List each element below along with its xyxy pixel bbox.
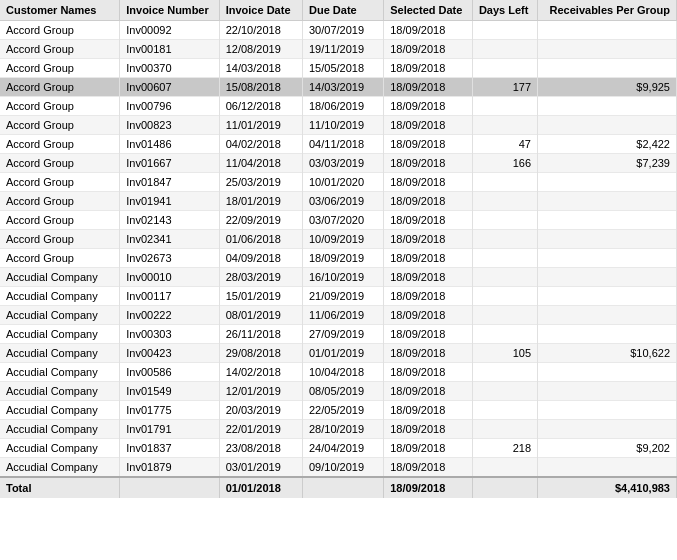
table-row[interactable]: Accudial CompanyInv0177520/03/201922/05/…	[0, 401, 677, 420]
cell-days-left	[472, 382, 537, 401]
table-row[interactable]: Accord GroupInv0082311/01/201911/10/2019…	[0, 116, 677, 135]
cell-invoice-date: 15/08/2018	[219, 78, 302, 97]
cell-customer: Accudial Company	[0, 458, 120, 478]
header-days-left: Days Left	[472, 0, 537, 21]
cell-invoice: Inv00796	[120, 97, 219, 116]
cell-customer: Accudial Company	[0, 420, 120, 439]
table-header-row: Customer Names Invoice Number Invoice Da…	[0, 0, 677, 21]
footer-invoice-date: 01/01/2018	[219, 477, 302, 498]
table-row[interactable]: Accord GroupInv0009222/10/201830/07/2019…	[0, 21, 677, 40]
invoice-table: Customer Names Invoice Number Invoice Da…	[0, 0, 677, 498]
cell-selected-date: 18/09/2018	[384, 363, 473, 382]
cell-invoice: Inv01879	[120, 458, 219, 478]
cell-selected-date: 18/09/2018	[384, 135, 473, 154]
cell-due-date: 01/01/2019	[303, 344, 384, 363]
cell-receivables: $9,202	[538, 439, 677, 458]
cell-customer: Accord Group	[0, 21, 120, 40]
footer-label: Total	[0, 477, 120, 498]
cell-receivables: $9,925	[538, 78, 677, 97]
cell-invoice-date: 22/10/2018	[219, 21, 302, 40]
cell-invoice-date: 22/01/2019	[219, 420, 302, 439]
cell-selected-date: 18/09/2018	[384, 230, 473, 249]
table-row[interactable]: Accord GroupInv0060715/08/201814/03/2019…	[0, 78, 677, 97]
table-row[interactable]: Accudial CompanyInv0183723/08/201824/04/…	[0, 439, 677, 458]
table-row[interactable]: Accudial CompanyInv0179122/01/201928/10/…	[0, 420, 677, 439]
table-row[interactable]: Accord GroupInv0234101/06/201810/09/2019…	[0, 230, 677, 249]
cell-invoice: Inv01791	[120, 420, 219, 439]
cell-due-date: 03/06/2019	[303, 192, 384, 211]
table-row[interactable]: Accudial CompanyInv0154912/01/201908/05/…	[0, 382, 677, 401]
cell-due-date: 24/04/2019	[303, 439, 384, 458]
table-row[interactable]: Accudial CompanyInv0187903/01/201909/10/…	[0, 458, 677, 478]
cell-selected-date: 18/09/2018	[384, 154, 473, 173]
cell-invoice-date: 23/08/2018	[219, 439, 302, 458]
table-row[interactable]: Accord GroupInv0037014/03/201815/05/2018…	[0, 59, 677, 78]
cell-invoice: Inv01837	[120, 439, 219, 458]
cell-invoice: Inv02143	[120, 211, 219, 230]
table-row[interactable]: Accord GroupInv0267304/09/201818/09/2019…	[0, 249, 677, 268]
header-receivables: Receivables Per Group	[538, 0, 677, 21]
cell-receivables	[538, 97, 677, 116]
cell-days-left	[472, 249, 537, 268]
cell-days-left	[472, 192, 537, 211]
cell-due-date: 03/07/2020	[303, 211, 384, 230]
cell-selected-date: 18/09/2018	[384, 382, 473, 401]
cell-customer: Accord Group	[0, 249, 120, 268]
cell-invoice: Inv01486	[120, 135, 219, 154]
cell-due-date: 21/09/2019	[303, 287, 384, 306]
cell-invoice-date: 06/12/2018	[219, 97, 302, 116]
footer-invoice-empty	[120, 477, 219, 498]
table-row[interactable]: Accord GroupInv0214322/09/201903/07/2020…	[0, 211, 677, 230]
cell-customer: Accudial Company	[0, 344, 120, 363]
cell-invoice: Inv02341	[120, 230, 219, 249]
cell-due-date: 11/06/2019	[303, 306, 384, 325]
cell-receivables: $10,622	[538, 344, 677, 363]
cell-due-date: 11/10/2019	[303, 116, 384, 135]
cell-receivables	[538, 401, 677, 420]
cell-customer: Accord Group	[0, 59, 120, 78]
cell-days-left	[472, 458, 537, 478]
cell-selected-date: 18/09/2018	[384, 192, 473, 211]
cell-due-date: 10/09/2019	[303, 230, 384, 249]
cell-customer: Accudial Company	[0, 325, 120, 344]
cell-invoice: Inv00010	[120, 268, 219, 287]
cell-invoice-date: 20/03/2019	[219, 401, 302, 420]
table-row[interactable]: Accudial CompanyInv0011715/01/201921/09/…	[0, 287, 677, 306]
table-row[interactable]: Accord GroupInv0079606/12/201818/06/2019…	[0, 97, 677, 116]
table-row[interactable]: Accudial CompanyInv0058614/02/201810/04/…	[0, 363, 677, 382]
cell-selected-date: 18/09/2018	[384, 173, 473, 192]
table-row[interactable]: Accudial CompanyInv0030326/11/201827/09/…	[0, 325, 677, 344]
cell-selected-date: 18/09/2018	[384, 325, 473, 344]
cell-days-left	[472, 116, 537, 135]
table-row[interactable]: Accudial CompanyInv0042329/08/201801/01/…	[0, 344, 677, 363]
table-row[interactable]: Accudial CompanyInv0001028/03/201916/10/…	[0, 268, 677, 287]
cell-receivables: $2,422	[538, 135, 677, 154]
cell-due-date: 15/05/2018	[303, 59, 384, 78]
cell-selected-date: 18/09/2018	[384, 78, 473, 97]
cell-customer: Accudial Company	[0, 268, 120, 287]
cell-invoice-date: 11/01/2019	[219, 116, 302, 135]
table-row[interactable]: Accord GroupInv0148604/02/201804/11/2018…	[0, 135, 677, 154]
table-row[interactable]: Accord GroupInv0166711/04/201803/03/2019…	[0, 154, 677, 173]
cell-invoice-date: 26/11/2018	[219, 325, 302, 344]
cell-invoice: Inv00092	[120, 21, 219, 40]
cell-customer: Accord Group	[0, 135, 120, 154]
cell-selected-date: 18/09/2018	[384, 116, 473, 135]
table-row[interactable]: Accord GroupInv0018112/08/201919/11/2019…	[0, 40, 677, 59]
cell-days-left	[472, 59, 537, 78]
cell-due-date: 18/09/2019	[303, 249, 384, 268]
cell-invoice: Inv01775	[120, 401, 219, 420]
cell-days-left	[472, 401, 537, 420]
cell-customer: Accudial Company	[0, 382, 120, 401]
table-row[interactable]: Accord GroupInv0184725/03/201910/01/2020…	[0, 173, 677, 192]
header-invoice-date: Invoice Date	[219, 0, 302, 21]
table-row[interactable]: Accord GroupInv0194118/01/201903/06/2019…	[0, 192, 677, 211]
cell-invoice: Inv00303	[120, 325, 219, 344]
cell-customer: Accord Group	[0, 40, 120, 59]
table-row[interactable]: Accudial CompanyInv0022208/01/201911/06/…	[0, 306, 677, 325]
header-selected-date: Selected Date	[384, 0, 473, 21]
cell-due-date: 08/05/2019	[303, 382, 384, 401]
cell-customer: Accord Group	[0, 230, 120, 249]
cell-customer: Accudial Company	[0, 439, 120, 458]
cell-customer: Accord Group	[0, 211, 120, 230]
